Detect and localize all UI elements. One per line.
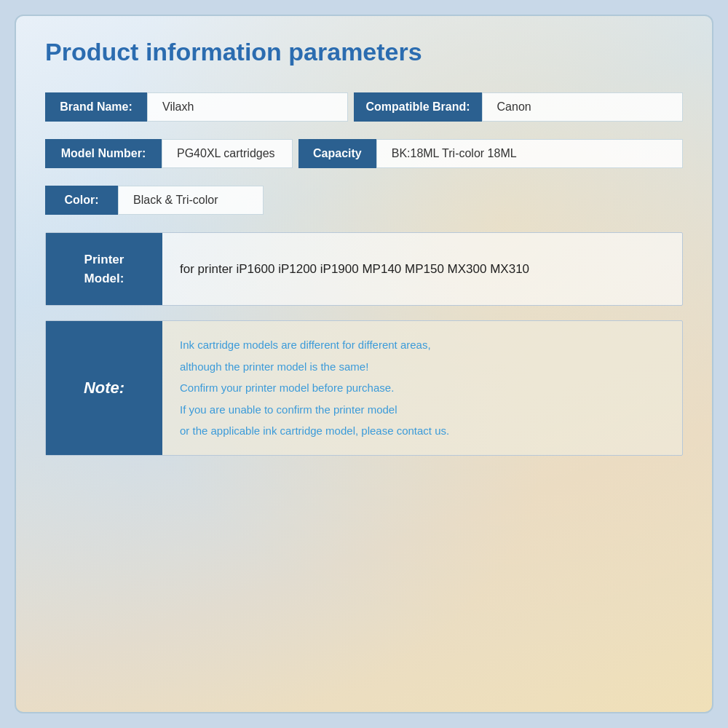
product-info-card: Product information parameters Brand Nam… xyxy=(15,15,713,713)
note-line: or the applicable ink cartridge model, p… xyxy=(180,422,665,440)
note-line: although the printer model is the same! xyxy=(180,357,665,376)
note-content: Ink cartridge models are different for d… xyxy=(162,321,682,455)
color-label: Color: xyxy=(45,186,118,215)
capacity-label: Capacity xyxy=(298,139,376,168)
brand-row: Brand Name: Vilaxh Compatible Brand: Can… xyxy=(45,92,683,122)
printer-model-label: PrinterModel: xyxy=(46,233,162,305)
capacity-value: BK:18ML Tri-color 18ML xyxy=(376,139,683,168)
compatible-brand-value: Canon xyxy=(482,92,683,122)
note-label: Note: xyxy=(46,321,162,455)
note-line: Confirm your printer model before purcha… xyxy=(180,379,665,397)
params-section: Brand Name: Vilaxh Compatible Brand: Can… xyxy=(45,92,683,456)
model-row: Model Number: PG40XL cartridges Capacity… xyxy=(45,139,683,168)
brand-name-label: Brand Name: xyxy=(45,92,147,122)
color-row: Color: Black & Tri-color xyxy=(45,186,683,215)
compatible-brand-label: Compatible Brand: xyxy=(354,92,481,122)
note-box: Note: Ink cartridge models are different… xyxy=(45,320,683,456)
printer-model-value: for printer iP1600 iP1200 iP1900 MP140 M… xyxy=(162,233,682,305)
page-title: Product information parameters xyxy=(45,38,683,66)
brand-name-value: Vilaxh xyxy=(147,92,348,122)
color-value: Black & Tri-color xyxy=(118,186,264,215)
note-line: If you are unable to confirm the printer… xyxy=(180,400,665,419)
note-line: Ink cartridge models are different for d… xyxy=(180,336,665,355)
model-number-value: PG40XL cartridges xyxy=(162,139,293,168)
model-number-label: Model Number: xyxy=(45,139,162,168)
printer-model-box: PrinterModel: for printer iP1600 iP1200 … xyxy=(45,232,683,306)
